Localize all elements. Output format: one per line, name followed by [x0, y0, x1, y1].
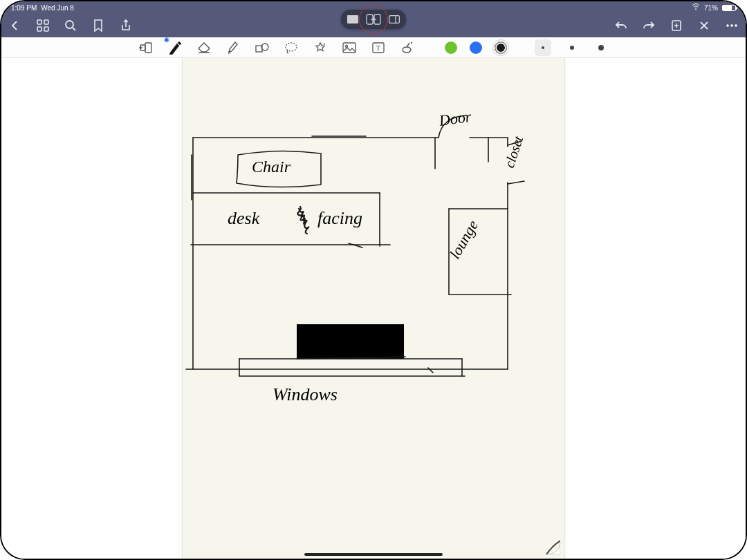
redo-icon[interactable] [642, 19, 656, 32]
svg-rect-29 [343, 43, 356, 53]
label-lounge: lounge [446, 217, 482, 262]
svg-text:T: T [376, 44, 380, 52]
label-desk: desk [228, 208, 260, 228]
multitask-pill[interactable] [341, 10, 406, 29]
close-icon[interactable] [697, 19, 711, 32]
battery-percent: 71% [704, 4, 718, 12]
pen-tool-icon[interactable]: ✱ [167, 39, 183, 56]
multitask-fullscreen-icon[interactable] [342, 11, 363, 28]
search-icon[interactable] [64, 19, 77, 32]
svg-rect-4 [44, 27, 48, 31]
thumbnails-icon[interactable] [36, 19, 50, 32]
status-time: 1:09 PM [11, 4, 37, 12]
svg-point-27 [286, 43, 297, 51]
battery-icon [722, 5, 736, 11]
stroke-thick[interactable] [593, 39, 609, 56]
svg-rect-15 [347, 15, 358, 24]
svg-point-12 [727, 25, 729, 27]
text-tool-icon[interactable]: T [370, 39, 387, 56]
label-tv: tv [328, 330, 340, 348]
drawing-toolbar: ✱ T [1, 37, 746, 58]
undo-icon[interactable] [614, 19, 628, 32]
note-page[interactable]: Door closet Chair desk facing lounge tv … [183, 58, 564, 559]
svg-point-28 [324, 44, 325, 45]
label-closet: closet [501, 134, 526, 170]
svg-point-5 [66, 21, 73, 28]
svg-rect-22 [145, 43, 151, 53]
color-swatch-black[interactable] [495, 41, 507, 54]
more-icon[interactable] [725, 19, 739, 32]
svg-line-46 [508, 181, 524, 184]
svg-point-13 [731, 25, 733, 27]
wifi-icon [692, 3, 700, 12]
stroke-medium[interactable] [564, 39, 580, 56]
label-windows: Windows [273, 384, 338, 404]
stroke-thin[interactable] [535, 39, 551, 56]
color-swatch-blue[interactable] [470, 41, 482, 54]
shape-tool-icon[interactable] [254, 39, 270, 56]
favorites-tool-icon[interactable] [312, 39, 329, 56]
home-indicator[interactable] [304, 553, 443, 556]
multitask-slideover-icon[interactable] [384, 11, 405, 28]
svg-rect-54 [297, 324, 404, 359]
zoom-tool-icon[interactable] [138, 39, 154, 56]
svg-rect-1 [37, 20, 42, 24]
svg-rect-2 [44, 20, 48, 24]
eraser-tool-icon[interactable] [196, 39, 212, 56]
highlighter-tool-icon[interactable] [225, 39, 241, 56]
status-date: Wed Jun 8 [41, 4, 74, 12]
svg-line-50 [349, 243, 362, 248]
svg-line-42 [428, 368, 433, 373]
bluetooth-badge-icon: ✱ [164, 37, 169, 44]
elements-tool-icon[interactable] [399, 39, 416, 56]
label-facing: facing [317, 208, 362, 228]
svg-point-14 [735, 25, 737, 27]
svg-rect-20 [389, 16, 400, 24]
share-icon[interactable] [119, 19, 133, 32]
color-swatch-green[interactable] [445, 41, 457, 54]
label-chair: Chair [252, 158, 291, 176]
page-curl-icon [540, 534, 560, 554]
multitask-split-icon[interactable] [363, 11, 384, 28]
svg-line-6 [73, 28, 75, 30]
svg-rect-3 [37, 27, 42, 31]
label-door: Door [437, 108, 472, 129]
svg-point-30 [346, 45, 348, 47]
canvas-area[interactable]: Door closet Chair desk facing lounge tv … [1, 58, 746, 559]
svg-point-33 [403, 47, 411, 53]
lasso-tool-icon[interactable] [283, 39, 299, 56]
bookmark-icon[interactable] [91, 19, 105, 32]
svg-point-0 [695, 9, 697, 10]
sketch-drawing: Door closet Chair desk facing lounge tv … [183, 58, 564, 559]
image-tool-icon[interactable] [341, 39, 358, 56]
back-icon[interactable] [8, 19, 22, 32]
add-page-icon[interactable] [670, 19, 683, 32]
